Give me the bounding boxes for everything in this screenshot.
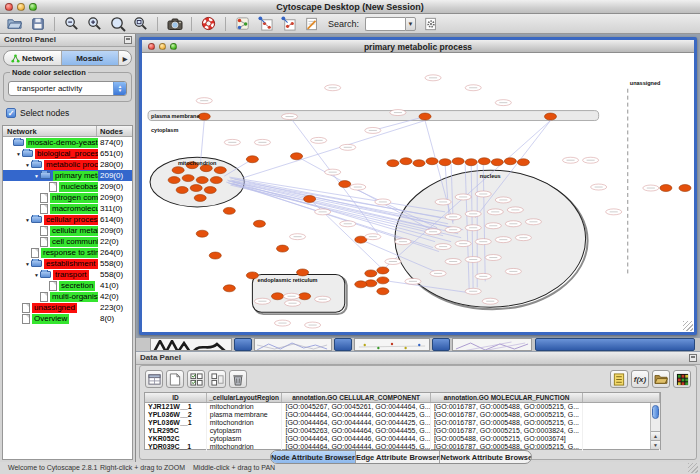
tree-row[interactable]: unassigned223(0) bbox=[3, 302, 132, 313]
network-node[interactable] bbox=[168, 177, 180, 184]
disclosure-triangle-icon[interactable]: ▼ bbox=[24, 162, 31, 168]
table-cell[interactable]: cytoplasm bbox=[207, 427, 283, 435]
network-node[interactable] bbox=[204, 187, 216, 194]
network-node[interactable] bbox=[426, 158, 438, 165]
network-label-node[interactable] bbox=[311, 137, 327, 143]
table-cell[interactable]: cytoplasm bbox=[207, 435, 283, 443]
tree-row[interactable]: ▼transport558(0) bbox=[3, 269, 132, 280]
table-cell[interactable] bbox=[583, 403, 660, 411]
network-label-node[interactable] bbox=[495, 237, 511, 243]
minimized-frame-titlebar[interactable] bbox=[535, 338, 695, 351]
network-label-node[interactable] bbox=[465, 225, 481, 231]
network-label-node[interactable] bbox=[505, 221, 521, 227]
table-scrollbar[interactable]: ▲ ▼ bbox=[650, 403, 660, 449]
scroll-down-button[interactable]: ▼ bbox=[651, 440, 660, 449]
formula-builder-icon[interactable]: f(x) bbox=[631, 370, 649, 388]
table-cell[interactable]: [GO:0044464, GO:0044444, GO:0044425, G..… bbox=[282, 419, 430, 427]
network-node[interactable] bbox=[517, 159, 529, 166]
tab-node-attribute-browser[interactable]: Node Attribute Browser bbox=[271, 451, 356, 463]
network-label-node[interactable] bbox=[285, 300, 301, 306]
open-file-button[interactable] bbox=[6, 15, 23, 32]
table-cell[interactable]: YPL036W__1 bbox=[145, 419, 207, 427]
network-label-node[interactable] bbox=[350, 184, 366, 190]
table-cell[interactable]: mitochondrion bbox=[207, 419, 283, 427]
scrollbar-thumb[interactable] bbox=[652, 405, 659, 419]
network-label-node[interactable] bbox=[591, 184, 607, 190]
network-label-node[interactable] bbox=[395, 239, 411, 245]
network-node[interactable] bbox=[223, 285, 235, 292]
network-label-node[interactable] bbox=[365, 234, 381, 240]
tree-row[interactable]: ▼biological_process651(0) bbox=[3, 148, 132, 159]
network-label-node[interactable] bbox=[445, 227, 461, 233]
table-row[interactable]: YJR121W__1mitochondrion[GO:0045267, GO:0… bbox=[145, 403, 660, 411]
heatmap-icon[interactable] bbox=[673, 370, 691, 388]
network-node[interactable] bbox=[679, 185, 691, 192]
network-node[interactable] bbox=[355, 281, 367, 288]
network-label-node[interactable] bbox=[495, 100, 511, 106]
network-node[interactable] bbox=[214, 167, 226, 174]
select-attributes-icon[interactable] bbox=[187, 370, 205, 388]
network-label-node[interactable] bbox=[485, 255, 501, 261]
tree-row[interactable]: ▼metabolic process280(0) bbox=[3, 159, 132, 170]
network-node[interactable] bbox=[365, 270, 377, 277]
network-node[interactable] bbox=[544, 113, 556, 120]
network-node[interactable] bbox=[299, 293, 311, 300]
tab-mosaic[interactable]: Mosaic bbox=[62, 51, 120, 65]
network-node[interactable] bbox=[196, 177, 208, 184]
table-row[interactable]: YPL036W__1mitochondrion[GO:0044464, GO:0… bbox=[145, 419, 660, 427]
table-cell[interactable]: plasma membrane bbox=[207, 411, 283, 419]
column-header[interactable]: annotation.GO CELLULAR_COMPONENT bbox=[282, 393, 430, 402]
network-node[interactable] bbox=[377, 277, 389, 284]
network-label-node[interactable] bbox=[465, 257, 481, 263]
vizmapper-icon[interactable] bbox=[234, 15, 251, 32]
table-cell[interactable] bbox=[583, 411, 660, 419]
import-attributes-icon[interactable] bbox=[610, 370, 628, 388]
new-attribute-icon[interactable] bbox=[166, 370, 184, 388]
network-node[interactable] bbox=[491, 159, 503, 166]
network-node[interactable] bbox=[419, 113, 431, 120]
network-node[interactable] bbox=[387, 160, 399, 167]
unselect-attributes-icon[interactable] bbox=[208, 370, 226, 388]
network-node[interactable] bbox=[291, 153, 303, 160]
attribute-table-icon[interactable] bbox=[145, 370, 163, 388]
network-label-node[interactable] bbox=[274, 320, 290, 326]
network-label-node[interactable] bbox=[425, 75, 441, 81]
frame-resize-grip[interactable] bbox=[683, 321, 693, 331]
network-label-node[interactable] bbox=[482, 298, 498, 304]
network-node[interactable] bbox=[504, 158, 516, 165]
tree-row[interactable]: multi-organism proces42(0) bbox=[3, 291, 132, 302]
tree-col-network[interactable]: Network bbox=[3, 126, 97, 136]
tree-row[interactable]: Overview8(0) bbox=[3, 313, 132, 324]
tree-row[interactable]: mosaic-demo-yeast874(0) bbox=[3, 137, 132, 148]
network-label-node[interactable] bbox=[254, 139, 270, 145]
minimized-frame-titlebar[interactable] bbox=[334, 338, 352, 351]
network-label-node[interactable] bbox=[405, 278, 421, 284]
tab-overflow-icon[interactable]: ▶ bbox=[119, 51, 131, 65]
zoom-fit-icon[interactable] bbox=[132, 15, 149, 32]
network-node[interactable] bbox=[182, 175, 194, 182]
column-header[interactable]: ID bbox=[145, 393, 207, 402]
table-cell[interactable]: YDR039C__1 bbox=[145, 443, 207, 451]
network-label-node[interactable] bbox=[475, 239, 491, 245]
tree-row[interactable]: ▼cellular process614(0) bbox=[3, 214, 132, 225]
column-header[interactable]: annotation.GO MOLECULAR_FUNCTION bbox=[431, 393, 583, 402]
network-node[interactable] bbox=[400, 158, 412, 165]
tab-edge-attribute-browser[interactable]: Edge Attribute Browser bbox=[356, 451, 440, 463]
disclosure-triangle-icon[interactable]: ▼ bbox=[33, 173, 40, 179]
table-cell[interactable]: [GO:0016787, GO:0005488, GO:0005215, G..… bbox=[431, 411, 583, 419]
network-canvas[interactable]: plasma membranecytoplasmmitochondrionnuc… bbox=[142, 53, 694, 332]
network-node[interactable] bbox=[210, 177, 222, 184]
minimized-frame-thumbnail[interactable] bbox=[354, 338, 430, 351]
tree-row[interactable]: nitrogen compound met209(0) bbox=[3, 192, 132, 203]
network-node[interactable] bbox=[413, 160, 425, 167]
table-cell[interactable] bbox=[583, 443, 660, 451]
network-node[interactable] bbox=[452, 158, 464, 165]
disclosure-triangle-icon[interactable]: ▼ bbox=[33, 272, 40, 278]
tree-row[interactable]: ▼primary metabolic process209(0) bbox=[3, 170, 132, 181]
network-label-node[interactable] bbox=[290, 234, 306, 240]
disclosure-triangle-icon[interactable]: ▼ bbox=[24, 261, 31, 267]
node-color-dropdown[interactable]: transporter activity ▲▼ bbox=[8, 81, 127, 96]
network-label-node[interactable] bbox=[445, 214, 461, 220]
network-node[interactable] bbox=[297, 269, 309, 276]
disclosure-triangle-icon[interactable]: ▼ bbox=[15, 151, 22, 157]
